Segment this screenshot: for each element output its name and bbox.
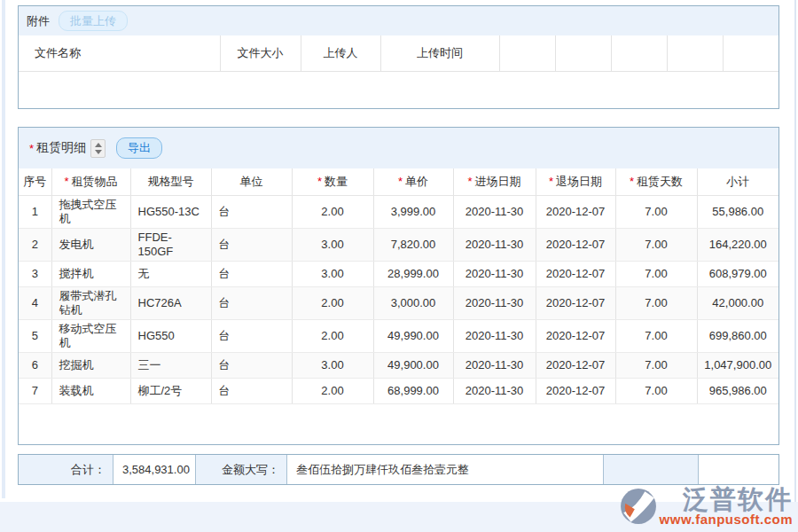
cell-seq: 5 [19,319,51,352]
col-header-item: *租赁物品 [51,168,130,195]
cell-unit: 台 [211,319,292,352]
empty-column-header [555,35,611,71]
cell-model: FFDE-150GF [130,228,211,261]
rental-detail-panel: * 租赁明细 导出 序号 *租赁物品 规格型号 单位 *数量 *单价 *进场日期… [18,127,779,445]
cell-qty: 2.00 [292,195,373,228]
amount-words-label: 金额大写： [196,455,287,484]
amount-words-value: 叁佰伍拾捌万肆仟玖佰叁拾壹元整 [287,455,604,484]
page-right-border [794,0,796,502]
page-left-strip [2,0,5,498]
cell-end-date: 2020-12-07 [536,352,615,378]
cell-subtotal: 1,047,900.00 [697,352,778,378]
batch-upload-button[interactable]: 批量上传 [59,11,128,31]
export-button[interactable]: 导出 [116,137,162,159]
totals-empty-cell [604,455,699,484]
cell-days: 7.00 [615,195,697,228]
empty-column-header [611,35,667,71]
cell-item: 拖拽式空压机 [51,195,130,228]
cell-price: 49,990.00 [373,319,453,352]
cell-qty: 3.00 [292,228,373,261]
brand-url: www.fanpusoft.com [660,512,793,527]
cell-seq: 4 [19,286,51,319]
col-header-uploader: 上传人 [301,35,380,71]
empty-column-header [499,35,555,71]
cell-start-date: 2020-11-30 [453,286,536,319]
cell-qty: 2.00 [292,319,373,352]
cell-qty: 2.00 [292,378,373,403]
cell-unit: 台 [211,228,292,261]
cell-end-date: 2020-12-07 [536,261,615,286]
col-header-qty: *数量 [292,168,373,195]
col-header-model: 规格型号 [130,168,211,195]
cell-item: 履带式潜孔钻机 [51,286,130,319]
col-header-seq: 序号 [19,168,51,195]
attachments-table: 文件名称 文件大小 上传人 上传时间 [19,35,778,72]
cell-qty: 2.00 [292,286,373,319]
attachments-panel-header: 附件 批量上传 [19,6,778,35]
cell-price: 28,999.00 [373,261,453,286]
col-header-start-date: *进场日期 [453,168,536,195]
cell-end-date: 2020-12-07 [536,286,615,319]
rental-table: 序号 *租赁物品 规格型号 单位 *数量 *单价 *进场日期 *退场日期 *租赁… [19,168,778,404]
totals-empty-cell [699,455,778,484]
cell-unit: 台 [211,195,292,228]
required-mark: * [29,142,34,155]
cell-item: 挖掘机 [51,352,130,378]
cell-model: 三一 [130,352,211,378]
col-header-file-size: 文件大小 [220,35,301,71]
table-row[interactable]: 2 发电机 FFDE-150GF 台 3.00 7,820.00 2020-11… [19,228,778,261]
cell-end-date: 2020-12-07 [536,319,615,352]
cell-price: 7,820.00 [373,228,453,261]
cell-start-date: 2020-11-30 [453,352,536,378]
table-row[interactable]: 1 拖拽式空压机 HG550-13C 台 2.00 3,999.00 2020-… [19,195,778,228]
table-row[interactable]: 6 挖掘机 三一 台 3.00 49,900.00 2020-11-30 202… [19,352,778,378]
cell-end-date: 2020-12-07 [536,228,615,261]
cell-subtotal: 55,986.00 [697,195,778,228]
table-row[interactable]: 7 装载机 柳工/2号 台 2.00 68,999.00 2020-11-30 … [19,378,778,403]
rental-panel-header: * 租赁明细 导出 [19,128,778,168]
cell-unit: 台 [211,261,292,286]
table-row[interactable]: 4 履带式潜孔钻机 HC726A 台 2.00 3,000.00 2020-11… [19,286,778,319]
cell-unit: 台 [211,286,292,319]
attachments-panel: 附件 批量上传 文件名称 文件大小 上传人 上传时间 [18,5,779,109]
cell-days: 7.00 [615,286,697,319]
col-header-upload-time: 上传时间 [380,35,499,71]
col-header-days: *租赁天数 [615,168,697,195]
cell-end-date: 2020-12-07 [536,378,615,403]
col-header-price: *单价 [373,168,453,195]
attachments-header-row: 文件名称 文件大小 上传人 上传时间 [19,35,778,71]
cell-subtotal: 965,986.00 [697,378,778,403]
brand-name: 泛普软件 [660,486,793,512]
cell-qty: 3.00 [292,261,373,286]
cell-days: 7.00 [615,319,697,352]
cell-item: 搅拌机 [51,261,130,286]
cell-days: 7.00 [615,228,697,261]
cell-price: 3,999.00 [373,195,453,228]
rental-header-row: 序号 *租赁物品 规格型号 单位 *数量 *单价 *进场日期 *退场日期 *租赁… [19,168,778,195]
table-row[interactable]: 3 搅拌机 无 台 3.00 28,999.00 2020-11-30 2020… [19,261,778,286]
sort-up-icon[interactable] [95,143,102,147]
cell-seq: 6 [19,352,51,378]
cell-model: 柳工/2号 [130,378,211,403]
collapse-spinner-control[interactable] [90,139,106,158]
cell-subtotal: 699,860.00 [697,319,778,352]
fanpu-logo: 泛普软件 www.fanpusoft.com [620,486,793,527]
table-row[interactable]: 5 移动式空压机 HG550 台 2.00 49,990.00 2020-11-… [19,319,778,352]
cell-qty: 3.00 [292,352,373,378]
cell-seq: 3 [19,261,51,286]
cell-subtotal: 164,220.00 [697,228,778,261]
cell-item: 装载机 [51,378,130,403]
cell-start-date: 2020-11-30 [453,228,536,261]
total-value: 3,584,931.00 [113,455,196,484]
cell-days: 7.00 [615,261,697,286]
col-header-file-name: 文件名称 [19,35,220,71]
cell-start-date: 2020-11-30 [453,378,536,403]
cell-subtotal: 608,979.00 [697,261,778,286]
cell-item: 移动式空压机 [51,319,130,352]
sort-down-icon[interactable] [95,150,102,154]
cell-days: 7.00 [615,378,697,403]
empty-column-header [723,35,778,71]
cell-start-date: 2020-11-30 [453,195,536,228]
fanpu-logo-icon [620,488,657,525]
cell-subtotal: 42,000.00 [697,286,778,319]
